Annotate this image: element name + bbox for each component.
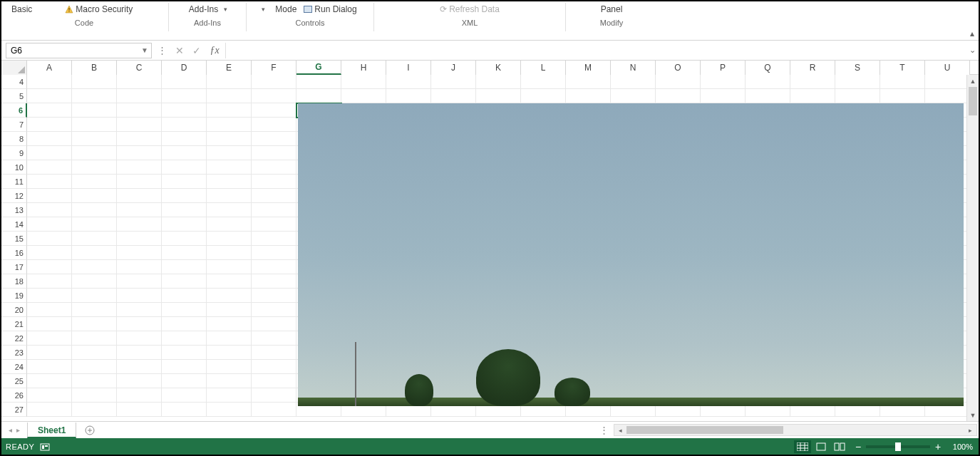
cell-B10[interactable] [72,160,117,175]
cell-D12[interactable] [162,189,207,203]
cell-B27[interactable] [72,403,117,417]
cell-B5[interactable] [72,89,117,103]
cell-K5[interactable] [476,89,521,103]
cell-A12[interactable] [27,189,72,203]
column-header-T[interactable]: T [880,61,925,75]
cell-J4[interactable] [431,75,476,89]
cell-C13[interactable] [117,203,162,217]
row-header-25[interactable]: 25 [1,374,27,388]
cell-F18[interactable] [252,274,296,289]
cell-F11[interactable] [252,175,296,189]
view-page-layout-button[interactable] [813,440,830,453]
cell-F17[interactable] [252,260,296,274]
column-header-O[interactable]: O [656,61,701,75]
cell-A25[interactable] [27,374,72,388]
cell-D18[interactable] [162,274,207,289]
sheet-nav-next-icon[interactable]: ▸ [16,426,20,434]
cell-T4[interactable] [880,75,925,89]
design-mode-button[interactable]: Mode [274,4,298,15]
cell-B20[interactable] [72,303,117,317]
zoom-value[interactable]: 100% [946,442,974,451]
cell-G5[interactable] [296,89,341,103]
cell-J5[interactable] [431,89,476,103]
cell-D19[interactable] [162,289,207,303]
cell-D5[interactable] [162,89,207,103]
cell-E24[interactable] [207,360,252,374]
cell-P5[interactable] [701,89,746,103]
cell-C20[interactable] [117,303,162,317]
cell-E21[interactable] [207,317,252,331]
cell-C17[interactable] [117,260,162,274]
cell-B15[interactable] [72,232,117,246]
cell-F6[interactable] [252,103,296,118]
select-all-corner[interactable] [1,61,27,75]
cell-E16[interactable] [207,246,252,260]
cell-C19[interactable] [117,289,162,303]
insert-function-icon[interactable]: ƒx [205,45,224,56]
cell-E15[interactable] [207,232,252,246]
cell-D15[interactable] [162,232,207,246]
column-header-U[interactable]: U [925,61,970,75]
cell-T5[interactable] [880,89,925,103]
cell-F7[interactable] [252,118,296,132]
zoom-slider[interactable] [866,445,930,448]
cell-B7[interactable] [72,118,117,132]
cell-C4[interactable] [117,75,162,89]
column-header-J[interactable]: J [431,61,476,75]
cell-A20[interactable] [27,303,72,317]
cell-E5[interactable] [207,89,252,103]
row-header-20[interactable]: 20 [1,303,27,317]
cell-S4[interactable] [835,75,880,89]
cell-D6[interactable] [162,103,207,118]
sheet-nav[interactable]: ◂ ▸ [1,426,27,434]
column-header-N[interactable]: N [611,61,656,75]
cell-S5[interactable] [835,89,880,103]
cell-C18[interactable] [117,274,162,289]
cell-E17[interactable] [207,260,252,274]
cell-A7[interactable] [27,118,72,132]
column-header-F[interactable]: F [252,61,296,75]
visual-basic-button[interactable]: Basic [10,4,33,15]
column-header-R[interactable]: R [790,61,835,75]
column-header-D[interactable]: D [162,61,207,75]
cell-F9[interactable] [252,146,296,160]
cell-D25[interactable] [162,374,207,388]
row-header-6[interactable]: 6 [1,103,27,118]
sheet-bar-options-icon[interactable]: ⋮ [595,425,614,435]
formula-input[interactable] [225,43,966,58]
column-header-Q[interactable]: Q [746,61,790,75]
chevron-down-icon[interactable]: ▾ [262,6,265,13]
cell-E27[interactable] [207,403,252,417]
sheet-nav-prev-icon[interactable]: ◂ [9,426,12,434]
cell-G4[interactable] [296,75,341,89]
cell-D26[interactable] [162,388,207,403]
cell-D14[interactable] [162,217,207,232]
cell-C16[interactable] [117,246,162,260]
cell-F12[interactable] [252,189,296,203]
cell-D17[interactable] [162,260,207,274]
cell-B17[interactable] [72,260,117,274]
zoom-slider-knob[interactable] [895,442,901,451]
row-header-16[interactable]: 16 [1,246,27,260]
cell-U5[interactable] [925,89,970,103]
cell-A19[interactable] [27,289,72,303]
cell-E19[interactable] [207,289,252,303]
cell-K4[interactable] [476,75,521,89]
cell-A22[interactable] [27,331,72,346]
cell-E26[interactable] [207,388,252,403]
cell-F23[interactable] [252,346,296,360]
cell-B9[interactable] [72,146,117,160]
row-header-4[interactable]: 4 [1,75,27,89]
cell-F26[interactable] [252,388,296,403]
cell-C22[interactable] [117,331,162,346]
cell-B21[interactable] [72,317,117,331]
column-header-P[interactable]: P [701,61,746,75]
cell-F19[interactable] [252,289,296,303]
zoom-in-button[interactable]: + [933,442,943,452]
cell-B23[interactable] [72,346,117,360]
cell-D21[interactable] [162,317,207,331]
cell-D27[interactable] [162,403,207,417]
new-sheet-button[interactable] [82,423,98,438]
scroll-left-icon[interactable]: ◂ [614,427,626,434]
cell-A8[interactable] [27,132,72,146]
